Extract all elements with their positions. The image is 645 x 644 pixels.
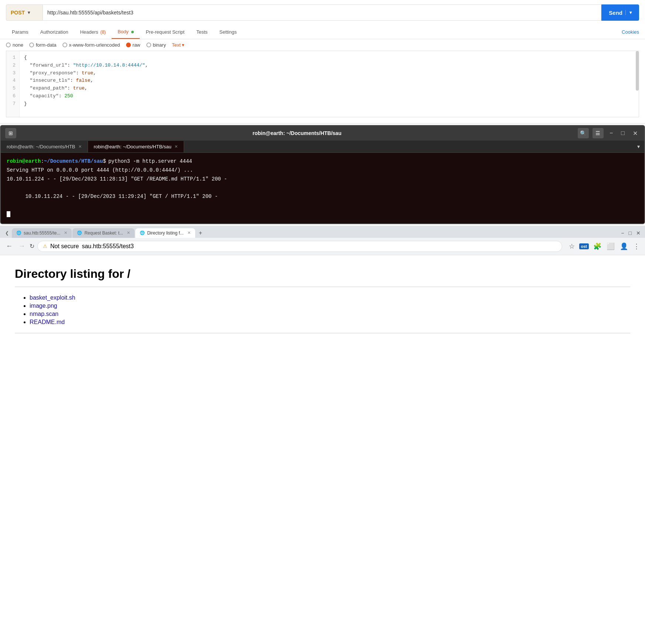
- browser-tab-1[interactable]: 🌐 sau.htb:55555/te... ✕: [12, 228, 72, 238]
- browser-menu-icon[interactable]: ⋮: [632, 242, 641, 251]
- account-icon[interactable]: 👤: [619, 242, 629, 251]
- body-type-dropdown[interactable]: Text ▾: [172, 42, 184, 48]
- terminal-cursor: [7, 210, 638, 219]
- terminal-title: robin@earth: ~/Documents/HTB/sau: [16, 130, 578, 136]
- terminal-search-icon: 🔍: [580, 130, 586, 136]
- bottom-divider: [15, 333, 630, 333]
- browser-tab-2-close[interactable]: ✕: [127, 230, 130, 235]
- radio-binary[interactable]: binary: [146, 42, 166, 48]
- tab-body[interactable]: Body: [112, 25, 140, 39]
- tab-tests[interactable]: Tests: [190, 26, 213, 38]
- url-input[interactable]: [43, 4, 601, 21]
- body-type-label: Text: [172, 42, 181, 48]
- browser-addressbar: ← → ↻ ⚠ Not secure sau.htb:55555/test3 ☆…: [0, 238, 645, 255]
- radio-raw[interactable]: raw: [126, 42, 140, 48]
- ost-extension-badge[interactable]: ost: [579, 243, 589, 249]
- list-item: nmap.scan: [30, 311, 630, 317]
- browser-tab-2[interactable]: 🌐 Request Basket: t... ✕: [72, 228, 135, 238]
- prompt-user: robin@earth: [7, 157, 41, 166]
- forward-button[interactable]: →: [17, 242, 27, 251]
- tab-settings[interactable]: Settings: [214, 26, 243, 38]
- page-title: Directory listing for /: [15, 267, 630, 281]
- terminal-output-line-2: 10.10.11.224 - - [29/Dec/2023 11:28:13] …: [7, 175, 638, 184]
- file-link-basket-exploit[interactable]: basket_exploit.sh: [30, 294, 75, 301]
- radio-none[interactable]: none: [6, 42, 23, 48]
- send-chevron-icon: ▾: [625, 10, 632, 15]
- radio-urlencoded[interactable]: x-www-form-urlencoded: [62, 42, 120, 48]
- tab-prerequest[interactable]: Pre-request Script: [140, 26, 190, 38]
- body-active-dot: [131, 31, 134, 33]
- browser-close-btn[interactable]: ✕: [636, 230, 641, 236]
- new-tab-btn[interactable]: +: [196, 228, 205, 238]
- terminal-menu-icon: ☰: [595, 130, 600, 136]
- postman-panel: POST ▾ Send ▾ Params Authorization Heade…: [0, 0, 645, 124]
- tab-authorization-label: Authorization: [40, 29, 68, 35]
- bookmark-icon[interactable]: ☆: [568, 242, 576, 251]
- split-view-icon[interactable]: ⬜: [606, 242, 615, 251]
- terminal-output-line-1: Serving HTTP on 0.0.0.0 port 4444 (http:…: [7, 166, 638, 175]
- browser-window-controls: − □ ✕: [621, 230, 642, 236]
- tab-authorization[interactable]: Authorization: [34, 26, 74, 38]
- radio-raw-circle: [126, 43, 131, 47]
- terminal-menu-btn[interactable]: ☰: [593, 128, 604, 138]
- term-tab-2-close[interactable]: ✕: [174, 144, 178, 149]
- list-item: README.md: [30, 319, 630, 326]
- terminal-maximize-btn[interactable]: □: [619, 129, 627, 137]
- line-numbers: 1234567: [6, 51, 20, 117]
- radio-binary-circle: [146, 43, 151, 47]
- file-link-image[interactable]: image.png: [30, 303, 57, 309]
- code-editor[interactable]: 1234567 { "forward_url": "http://10.10.1…: [6, 51, 639, 117]
- cookies-link[interactable]: Cookies: [622, 26, 639, 38]
- method-chevron-icon: ▾: [28, 10, 30, 15]
- browser-tabbar: ❮ 🌐 sau.htb:55555/te... ✕ 🌐 Request Bask…: [0, 226, 645, 238]
- new-tab-icon: ⊞: [9, 130, 13, 136]
- radio-binary-label: binary: [153, 42, 166, 48]
- back-button[interactable]: ←: [4, 242, 14, 251]
- tab-scroll-left-icon[interactable]: ❮: [3, 229, 11, 237]
- terminal-close-btn[interactable]: ✕: [631, 129, 640, 138]
- terminal-minimize-btn[interactable]: −: [607, 129, 615, 137]
- radio-form-data-label: form-data: [36, 42, 57, 48]
- radio-urlencoded-label: x-www-form-urlencoded: [69, 42, 120, 48]
- code-content[interactable]: { "forward_url": "http://10.10.14.8:4444…: [20, 51, 639, 117]
- browser-tab-1-label: sau.htb:55555/te...: [24, 230, 60, 236]
- scrollbar-thumb[interactable]: [636, 51, 639, 91]
- file-link-readme[interactable]: README.md: [30, 319, 65, 325]
- browser-tab-1-close[interactable]: ✕: [64, 230, 67, 235]
- method-select[interactable]: POST ▾: [6, 4, 43, 21]
- browser-tab-3-label: Directory listing f...: [147, 230, 184, 236]
- browser-minimize-btn[interactable]: −: [621, 230, 624, 236]
- term-tab-2[interactable]: robin@earth: ~/Documents/HTB/sau ✕: [88, 141, 184, 152]
- tab-params[interactable]: Params: [6, 26, 34, 38]
- send-button[interactable]: Send ▾: [601, 4, 639, 21]
- tab-body-label: Body: [118, 29, 129, 34]
- terminal-body: robin@earth:~/Documents/HTB/sau$ python3…: [1, 153, 644, 223]
- browser-maximize-btn[interactable]: □: [629, 230, 632, 236]
- file-link-nmap[interactable]: nmap.scan: [30, 311, 58, 317]
- browser-tab-3[interactable]: 🌐 Directory listing f... ✕: [135, 228, 195, 238]
- body-type-chevron-icon: ▾: [182, 42, 184, 48]
- terminal-title-left: ⊞: [5, 128, 16, 138]
- tab-headers[interactable]: Headers (8): [74, 26, 112, 38]
- method-label: POST: [11, 10, 25, 16]
- terminal-command: python3 -m http.server 4444: [108, 157, 192, 166]
- browser-tab-3-close[interactable]: ✕: [187, 230, 191, 235]
- address-bar[interactable]: ⚠ Not secure sau.htb:55555/test3: [37, 241, 562, 252]
- term-tab-1[interactable]: robin@earth: ~/Documents/HTB ✕: [1, 141, 88, 152]
- terminal-tab-overflow[interactable]: ▾: [633, 141, 644, 152]
- terminal-search-btn[interactable]: 🔍: [578, 128, 589, 138]
- terminal-new-tab-btn[interactable]: ⊞: [5, 128, 16, 138]
- security-warning-icon: ⚠: [43, 243, 47, 249]
- tab-params-label: Params: [12, 29, 28, 35]
- radio-form-data[interactable]: form-data: [29, 42, 57, 48]
- term-tab-1-close[interactable]: ✕: [78, 144, 82, 149]
- tab-settings-label: Settings: [220, 29, 237, 35]
- headers-badge: (8): [100, 30, 106, 35]
- tab-tests-label: Tests: [196, 29, 207, 35]
- terminal-panel: ⊞ robin@earth: ~/Documents/HTB/sau 🔍 ☰ −…: [0, 125, 645, 224]
- tab-3-favicon-icon: 🌐: [140, 230, 145, 235]
- terminal-controls: 🔍 ☰ − □ ✕: [578, 128, 640, 138]
- extensions-icon[interactable]: 🧩: [593, 242, 602, 251]
- radio-raw-label: raw: [133, 42, 140, 48]
- refresh-button[interactable]: ↻: [30, 243, 34, 250]
